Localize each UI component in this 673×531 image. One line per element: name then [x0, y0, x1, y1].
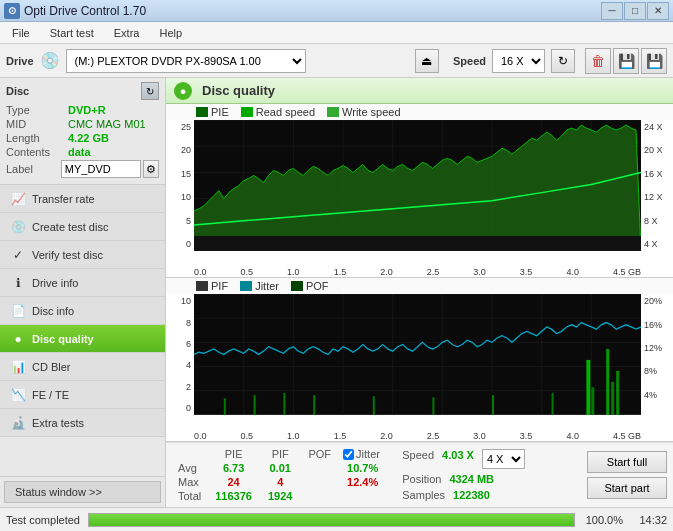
disc-label-label: Label [6, 163, 61, 175]
sidebar-menu: 📈 Transfer rate 💿 Create test disc ✓ Ver… [0, 185, 165, 437]
stats-total-pie: 116376 [207, 489, 260, 503]
disc-length-label: Length [6, 132, 68, 144]
drive-select[interactable]: (M:) PLEXTOR DVDR PX-890SA 1.00 [66, 49, 306, 73]
svg-rect-42 [586, 360, 590, 415]
stats-header-jitter: Jitter [339, 447, 386, 461]
progress-bar-wrapper [88, 513, 575, 527]
bottom-x-axis: 0.0 0.5 1.0 1.5 2.0 2.5 3.0 3.5 4.0 4.5 … [166, 429, 641, 441]
disc-label-row: Label ⚙ [6, 160, 159, 178]
bottom-y-axis-left: 10 8 6 4 2 0 [166, 294, 194, 415]
status-window-button[interactable]: Status window >> [4, 481, 161, 503]
svg-rect-37 [432, 397, 434, 415]
disc-header: Disc ↻ [6, 82, 159, 100]
top-chart-body: 25 20 15 10 5 0 [166, 120, 673, 265]
eject-button[interactable]: ⏏ [415, 49, 439, 73]
erase-button[interactable]: 🗑 [585, 48, 611, 74]
start-part-button[interactable]: Start part [587, 477, 667, 499]
chart-header: ● Disc quality [166, 78, 673, 104]
disc-refresh-button[interactable]: ↻ [141, 82, 159, 100]
menubar: File Start test Extra Help [0, 22, 673, 44]
chart-quality-icon: ● [174, 82, 192, 100]
minimize-button[interactable]: ─ [601, 2, 623, 20]
drive-label: Drive [6, 55, 34, 67]
disc-length-value: 4.22 GB [68, 132, 109, 144]
maximize-button[interactable]: □ [624, 2, 646, 20]
refresh-button[interactable]: ↻ [551, 49, 575, 73]
legend-read-speed-label: Read speed [256, 106, 315, 118]
legend-pie-label: PIE [211, 106, 229, 118]
sidebar-item-drive-info[interactable]: ℹ Drive info [0, 269, 165, 297]
speed-select-dropdown[interactable]: 4 X 8 X Max [482, 449, 525, 469]
legend-pif-color [196, 281, 208, 291]
stats-header-pie: PIE [207, 447, 260, 461]
bottom-chart-body: 10 8 6 4 2 0 [166, 294, 673, 429]
sidebar-item-cd-bler[interactable]: 📊 CD Bler [0, 353, 165, 381]
svg-rect-39 [552, 393, 554, 415]
verify-test-disc-icon: ✓ [10, 248, 26, 262]
svg-rect-35 [313, 395, 315, 415]
titlebar: ⊙ Opti Drive Control 1.70 ─ □ ✕ [0, 0, 673, 22]
disc-label-input[interactable] [61, 160, 141, 178]
svg-rect-43 [606, 349, 609, 415]
save-button[interactable]: 💾 [641, 48, 667, 74]
disc-mid-label: MID [6, 118, 68, 130]
burn-button[interactable]: 💾 [613, 48, 639, 74]
stats-avg-pif: 0.01 [260, 461, 300, 475]
svg-rect-33 [254, 395, 256, 415]
stats-max-jitter: 12.4% [339, 475, 386, 489]
sidebar-item-transfer-rate[interactable]: 📈 Transfer rate [0, 185, 165, 213]
sidebar-item-cd-bler-label: CD Bler [32, 361, 71, 373]
sidebar-item-disc-info[interactable]: 📄 Disc info [0, 297, 165, 325]
disc-label-settings-button[interactable]: ⚙ [143, 160, 159, 178]
disc-section: Disc ↻ Type DVD+R MID CMC MAG M01 Length… [0, 78, 165, 185]
legend-read-speed-color [241, 107, 253, 117]
menu-file[interactable]: File [4, 25, 38, 41]
start-full-button[interactable]: Start full [587, 451, 667, 473]
sidebar-item-create-label: Create test disc [32, 221, 108, 233]
fe-te-icon: 📉 [10, 388, 26, 402]
position-key: Position [402, 473, 441, 485]
menu-start-test[interactable]: Start test [42, 25, 102, 41]
main-content: Disc ↻ Type DVD+R MID CMC MAG M01 Length… [0, 78, 673, 507]
top-y-axis-left: 25 20 15 10 5 0 [166, 120, 194, 251]
legend-write-speed-label: Write speed [342, 106, 401, 118]
drive-select-wrapper: (M:) PLEXTOR DVDR PX-890SA 1.00 [66, 49, 409, 73]
sidebar-item-extra-tests[interactable]: 🔬 Extra tests [0, 409, 165, 437]
stats-avg-jitter: 10.7% [339, 461, 386, 475]
speed-key: Speed [402, 449, 434, 469]
statusbar: Test completed 100.0% 14:32 [0, 507, 673, 531]
stats-total-pof [300, 489, 339, 503]
samples-value: 122380 [453, 489, 490, 501]
progress-bar-fill [89, 514, 574, 526]
toolbar-buttons: 🗑 💾 💾 [585, 48, 667, 74]
disc-info-icon: 📄 [10, 304, 26, 318]
speed-row: Speed 4.03 X 4 X 8 X Max [402, 449, 525, 469]
sidebar-item-fe-te[interactable]: 📉 FE / TE [0, 381, 165, 409]
legend-pif-label: PIF [211, 280, 228, 292]
sidebar-item-drive-info-label: Drive info [32, 277, 78, 289]
close-button[interactable]: ✕ [647, 2, 669, 20]
sidebar-item-create-test-disc[interactable]: 💿 Create test disc [0, 213, 165, 241]
titlebar-left: ⊙ Opti Drive Control 1.70 [4, 3, 146, 19]
sidebar-item-disc-quality[interactable]: ● Disc quality [0, 325, 165, 353]
create-test-disc-icon: 💿 [10, 220, 26, 234]
legend-jitter-color [240, 281, 252, 291]
disc-type-row: Type DVD+R [6, 104, 159, 116]
bottom-chart-svg-wrapper [194, 294, 641, 415]
jitter-checkbox[interactable] [343, 449, 354, 460]
stats-max-label: Max [172, 475, 207, 489]
bottom-legend: PIF Jitter POF [166, 278, 673, 294]
disc-contents-value: data [68, 146, 91, 158]
disc-length-row: Length 4.22 GB [6, 132, 159, 144]
menu-help[interactable]: Help [151, 25, 190, 41]
legend-pif: PIF [196, 280, 228, 292]
legend-pof-color [291, 281, 303, 291]
sidebar-item-verify-test-disc[interactable]: ✓ Verify test disc [0, 241, 165, 269]
progress-text: 100.0% [583, 514, 623, 526]
menu-extra[interactable]: Extra [106, 25, 148, 41]
sidebar-item-disc-info-label: Disc info [32, 305, 74, 317]
time-text: 14:32 [631, 514, 667, 526]
speed-select[interactable]: 16 X Max 4 X 8 X 12 X [492, 49, 545, 73]
stats-header-pif: PIF [260, 447, 300, 461]
legend-jitter: Jitter [240, 280, 279, 292]
